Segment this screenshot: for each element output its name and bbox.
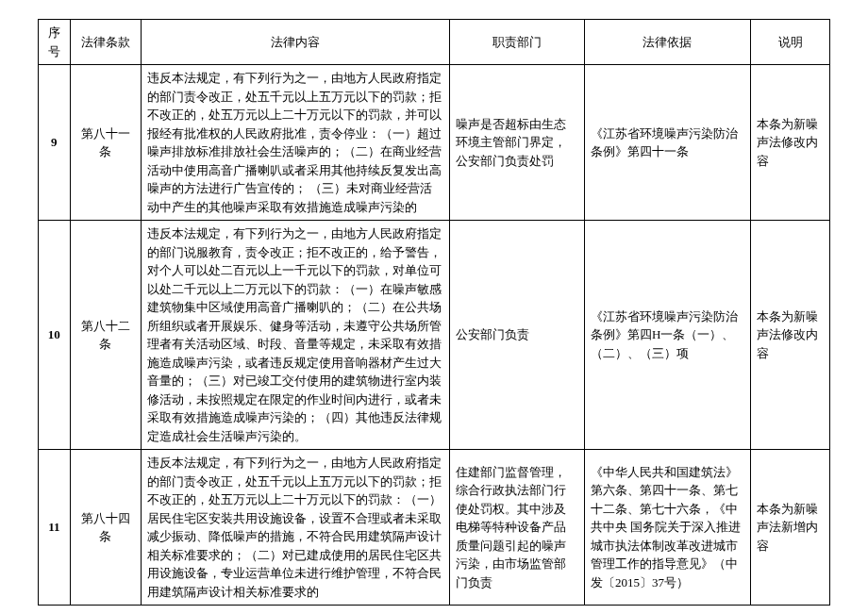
- cell-content: 违反本法规定，有下列行为之一，由地方人民政府指定的部门说服教育，责令改正；拒不改…: [142, 221, 450, 450]
- header-note: 说明: [751, 20, 830, 65]
- cell-dept: 公安部门负责: [450, 221, 585, 450]
- table-header-row: 序号 法律条款 法律内容 职责部门 法律依据 说明: [39, 20, 830, 65]
- cell-note: 本条为新噪声法修改内容: [751, 221, 830, 450]
- cell-note: 本条为新噪声法新增内容: [751, 450, 830, 606]
- cell-basis: 《中华人民共和国建筑法》第六条、第四十一条、第七十二条、第七十六条，《中共中央 …: [584, 450, 750, 606]
- table-row: 11 第八十四条 违反本法规定，有下列行为之一，由地方人民政府指定的部门责令改正…: [39, 450, 830, 606]
- header-basis: 法律依据: [584, 20, 750, 65]
- cell-article: 第八十四条: [70, 450, 142, 606]
- header-content: 法律内容: [142, 20, 450, 65]
- table-row: 10 第八十二条 违反本法规定，有下列行为之一，由地方人民政府指定的部门说服教育…: [39, 221, 830, 450]
- cell-basis: 《江苏省环境噪声污染防治条例》第四十一条: [584, 65, 750, 221]
- header-dept: 职责部门: [450, 20, 585, 65]
- cell-idx: 11: [39, 450, 71, 606]
- table-row: 9 第八十一条 违反本法规定，有下列行为之一，由地方人民政府指定的部门责令改正，…: [39, 65, 830, 221]
- header-article: 法律条款: [70, 20, 142, 65]
- cell-basis: 《江苏省环境噪声污染防治条例》第四H一条（一）、（二）、（三）项: [584, 221, 750, 450]
- cell-idx: 10: [39, 221, 71, 450]
- cell-dept: 住建部门监督管理，综合行政执法部门行使处罚权。其中涉及电梯等特种设备产品质量问题…: [450, 450, 585, 606]
- cell-content: 违反本法规定，有下列行为之一，由地方人民政府指定的部门责令改正，处五千元以上五万…: [142, 450, 450, 606]
- header-idx: 序号: [39, 20, 71, 65]
- cell-idx: 9: [39, 65, 71, 221]
- cell-note: 本条为新噪声法修改内容: [751, 65, 830, 221]
- law-table: 序号 法律条款 法律内容 职责部门 法律依据 说明 9 第八十一条 违反本法规定…: [38, 19, 830, 606]
- cell-article: 第八十一条: [70, 65, 142, 221]
- cell-content: 违反本法规定，有下列行为之一，由地方人民政府指定的部门责令改正，处五千元以上五万…: [142, 65, 450, 221]
- cell-article: 第八十二条: [70, 221, 142, 450]
- cell-dept: 噪声是否超标由生态环境主管部门界定，公安部门负责处罚: [450, 65, 585, 221]
